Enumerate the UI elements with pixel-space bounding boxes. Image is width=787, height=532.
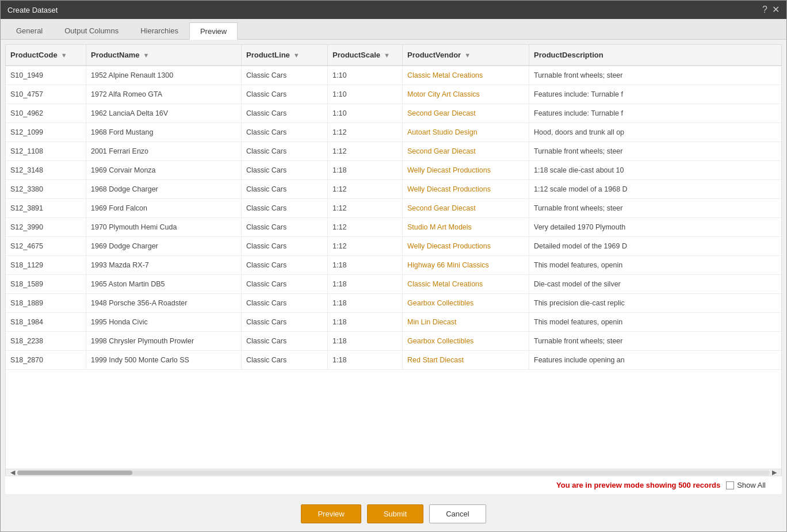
table-row: S12_38911969 Ford FalconClassic Cars1:12… xyxy=(6,199,781,218)
close-button[interactable]: ✕ xyxy=(772,5,780,14)
cell-productname: 1968 Dodge Charger xyxy=(86,180,242,198)
cell-productvendor: Motor City Art Classics xyxy=(403,85,529,104)
cell-productcode: S12_4675 xyxy=(6,237,86,255)
cell-productdescription: Features include: Turnable f xyxy=(529,85,781,104)
cell-productvendor: Classic Metal Creations xyxy=(403,66,529,85)
filter-icon-product-line[interactable]: ▼ xyxy=(293,52,300,59)
cell-productscale: 1:18 xyxy=(328,294,403,312)
cell-productname: 1969 Corvair Monza xyxy=(86,161,242,179)
preview-notice: You are in preview mode showing 500 reco… xyxy=(556,481,766,489)
tab-general[interactable]: General xyxy=(5,22,54,39)
scrollbar-thumb[interactable] xyxy=(17,470,132,475)
table-row: S10_49621962 LanciaA Delta 16VClassic Ca… xyxy=(6,104,781,123)
cell-productdescription: Detailed model of the 1969 D xyxy=(529,237,781,255)
cell-productscale: 1:18 xyxy=(328,332,403,350)
scroll-right-arrow[interactable]: ▶ xyxy=(770,469,779,476)
cancel-button[interactable]: Cancel xyxy=(429,504,486,523)
cell-productname: 1952 Alpine Renault 1300 xyxy=(86,66,242,85)
tab-hierarchies[interactable]: Hierarchies xyxy=(129,22,189,39)
table-row: S12_10991968 Ford MustangClassic Cars1:1… xyxy=(6,123,781,142)
table-row: S10_47571972 Alfa Romeo GTAClassic Cars1… xyxy=(6,85,781,104)
table-row: S18_19841995 Honda CivicClassic Cars1:18… xyxy=(6,313,781,332)
cell-productcode: S18_2238 xyxy=(6,332,86,350)
col-header-product-description: ProductDescription xyxy=(529,45,781,65)
cell-productvendor: Classic Metal Creations xyxy=(403,275,529,293)
title-bar: Create Dataset ? ✕ xyxy=(1,1,786,19)
cell-productcode: S12_3990 xyxy=(6,218,86,236)
filter-icon-product-code[interactable]: ▼ xyxy=(61,52,67,59)
cell-productdescription: This precision die-cast replic xyxy=(529,294,781,312)
cell-productscale: 1:12 xyxy=(328,123,403,141)
filter-icon-product-name[interactable]: ▼ xyxy=(143,52,150,59)
cell-productvendor: Min Lin Diecast xyxy=(403,313,529,331)
scrollbar-track[interactable] xyxy=(17,470,770,475)
cell-productscale: 1:18 xyxy=(328,275,403,293)
table-row: S12_33801968 Dodge ChargerClassic Cars1:… xyxy=(6,180,781,199)
cell-productname: 1999 Indy 500 Monte Carlo SS xyxy=(86,351,242,369)
cell-productcode: S12_1108 xyxy=(6,142,86,160)
tab-output-columns[interactable]: Output Columns xyxy=(54,22,129,39)
show-all-checkbox[interactable] xyxy=(726,481,734,489)
horizontal-scrollbar[interactable]: ◀ ▶ xyxy=(6,469,781,476)
preview-button[interactable]: Preview xyxy=(301,504,361,523)
cell-productname: 1965 Aston Martin DB5 xyxy=(86,275,242,293)
cell-productscale: 1:12 xyxy=(328,199,403,217)
scroll-left-arrow[interactable]: ◀ xyxy=(8,469,17,476)
col-header-product-vendor: ProductVendor ▼ xyxy=(403,45,529,65)
cell-productvendor: Second Gear Diecast xyxy=(403,104,529,123)
tab-preview[interactable]: Preview xyxy=(189,22,238,40)
cell-productcode: S18_1889 xyxy=(6,294,86,312)
table-row: S18_11291993 Mazda RX-7Classic Cars1:18H… xyxy=(6,256,781,275)
show-all-toggle[interactable]: Show All xyxy=(726,481,766,489)
cell-productcode: S12_3380 xyxy=(6,180,86,198)
cell-productname: 1970 Plymouth Hemi Cuda xyxy=(86,218,242,236)
bottom-buttons: Preview Submit Cancel xyxy=(1,499,786,531)
cell-productdescription: Turnable front wheels; steer xyxy=(529,66,781,85)
cell-productdescription: Very detailed 1970 Plymouth xyxy=(529,218,781,236)
cell-productscale: 1:18 xyxy=(328,313,403,331)
cell-productvendor: Welly Diecast Productions xyxy=(403,237,529,255)
cell-productline: Classic Cars xyxy=(242,123,328,141)
table-body[interactable]: S10_19491952 Alpine Renault 1300Classic … xyxy=(6,66,781,469)
table-row: S18_15891965 Aston Martin DB5Classic Car… xyxy=(6,275,781,294)
cell-productline: Classic Cars xyxy=(242,199,328,217)
cell-productscale: 1:10 xyxy=(328,66,403,85)
submit-button[interactable]: Submit xyxy=(367,504,423,523)
cell-productscale: 1:10 xyxy=(328,104,403,123)
cell-productname: 1998 Chrysler Plymouth Prowler xyxy=(86,332,242,350)
cell-productcode: S18_1984 xyxy=(6,313,86,331)
data-table: ProductCode ▼ ProductName ▼ ProductLine … xyxy=(5,44,782,476)
cell-productline: Classic Cars xyxy=(242,313,328,331)
cell-productvendor: Highway 66 Mini Classics xyxy=(403,256,529,274)
table-row: S18_28701999 Indy 500 Monte Carlo SSClas… xyxy=(6,351,781,370)
cell-productline: Classic Cars xyxy=(242,351,328,369)
cell-productcode: S18_1589 xyxy=(6,275,86,293)
cell-productname: 1962 LanciaA Delta 16V xyxy=(86,104,242,123)
filter-icon-product-scale[interactable]: ▼ xyxy=(384,52,390,59)
cell-productline: Classic Cars xyxy=(242,104,328,123)
table-row: S12_11082001 Ferrari EnzoClassic Cars1:1… xyxy=(6,142,781,161)
content-area: ProductCode ▼ ProductName ▼ ProductLine … xyxy=(5,44,782,494)
window-title: Create Dataset xyxy=(7,6,762,14)
cell-productline: Classic Cars xyxy=(242,275,328,293)
cell-productline: Classic Cars xyxy=(242,294,328,312)
filter-icon-product-vendor[interactable]: ▼ xyxy=(464,52,471,59)
col-header-product-scale: ProductScale ▼ xyxy=(328,45,403,65)
cell-productdescription: 1:12 scale model of a 1968 D xyxy=(529,180,781,198)
cell-productcode: S10_4757 xyxy=(6,85,86,104)
cell-productname: 1972 Alfa Romeo GTA xyxy=(86,85,242,104)
tab-bar: General Output Columns Hierarchies Previ… xyxy=(1,19,786,40)
cell-productline: Classic Cars xyxy=(242,256,328,274)
cell-productvendor: Welly Diecast Productions xyxy=(403,180,529,198)
cell-productcode: S18_2870 xyxy=(6,351,86,369)
cell-productscale: 1:12 xyxy=(328,180,403,198)
col-header-product-line: ProductLine ▼ xyxy=(242,45,328,65)
cell-productname: 1968 Ford Mustang xyxy=(86,123,242,141)
cell-productdescription: Turnable front wheels; steer xyxy=(529,332,781,350)
help-button[interactable]: ? xyxy=(762,5,767,14)
footer-area: You are in preview mode showing 500 reco… xyxy=(5,476,782,494)
cell-productvendor: Gearbox Collectibles xyxy=(403,332,529,350)
cell-productdescription: Turnable front wheels; steer xyxy=(529,142,781,160)
cell-productline: Classic Cars xyxy=(242,218,328,236)
col-header-product-code: ProductCode ▼ xyxy=(6,45,86,65)
